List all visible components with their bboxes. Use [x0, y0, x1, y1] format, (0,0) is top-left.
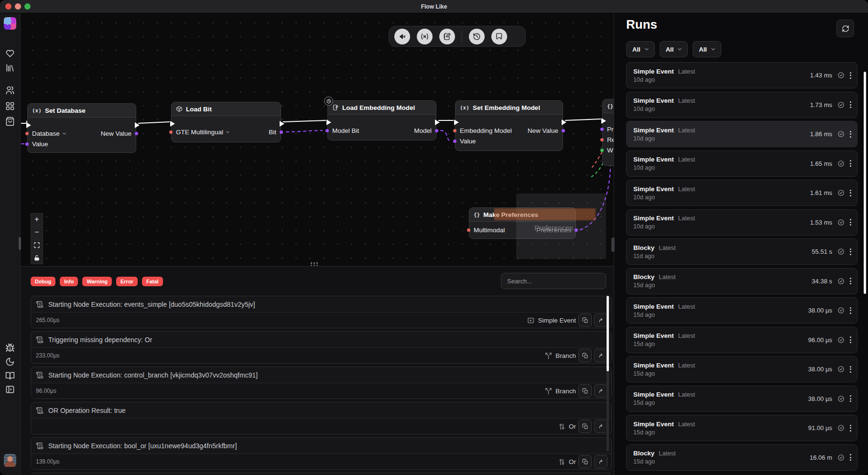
- runs-filter-dropdown[interactable]: All: [660, 41, 688, 57]
- log-entry[interactable]: Starting Node Execution: control_branch …: [31, 367, 612, 399]
- exec-in-pin[interactable]: [601, 118, 606, 124]
- kebab-menu-icon[interactable]: [850, 278, 851, 284]
- kebab-menu-icon[interactable]: [850, 395, 851, 402]
- log-level-badge[interactable]: Debug: [31, 277, 55, 286]
- log-level-badge[interactable]: Info: [60, 277, 78, 286]
- node-load-bit[interactable]: Load Bit GTE Multilingual Bit: [171, 102, 281, 142]
- input-dropdown[interactable]: Database: [32, 130, 67, 137]
- user-avatar[interactable]: [4, 454, 16, 467]
- sidebar-resize-handle[interactable]: [19, 237, 21, 250]
- heart-icon[interactable]: [4, 48, 16, 59]
- exec-in-pin[interactable]: [170, 121, 175, 127]
- kebab-menu-icon[interactable]: [850, 425, 851, 432]
- data-in-pin[interactable]: [467, 228, 470, 232]
- data-in-pin[interactable]: [25, 132, 29, 135]
- playback-icon[interactable]: [394, 29, 410, 44]
- jump-to-node-button[interactable]: [594, 455, 608, 468]
- users-icon[interactable]: [4, 85, 16, 96]
- zoom-out-button[interactable]: −: [31, 226, 43, 238]
- node-header[interactable]: Load Bit: [172, 102, 281, 116]
- run-item[interactable]: Blocky Latest 11d ago 55.51 s: [626, 238, 857, 265]
- kebab-menu-icon[interactable]: [850, 160, 851, 167]
- input-dropdown[interactable]: GTE Multilingual: [176, 129, 230, 136]
- node-header[interactable]: (x) Set Database: [28, 104, 136, 118]
- copy-button[interactable]: [578, 313, 592, 327]
- runs-panel-resize-handle[interactable]: [611, 238, 615, 252]
- run-item[interactable]: Simple Event Latest 15d ago 91.00 µs: [626, 415, 857, 441]
- node-json-partial[interactable]: {} Pr Re W: [602, 99, 614, 166]
- copy-button[interactable]: [578, 384, 592, 398]
- kebab-menu-icon[interactable]: [850, 307, 851, 314]
- exec-in-pin[interactable]: [326, 119, 331, 125]
- exec-out-pin[interactable]: [435, 119, 440, 125]
- exec-out-pin[interactable]: [135, 122, 140, 128]
- script-scroll-icon[interactable]: [491, 29, 507, 44]
- kebab-menu-icon[interactable]: [850, 336, 851, 343]
- exec-in-pin[interactable]: [26, 122, 31, 128]
- variables-icon[interactable]: [417, 29, 433, 44]
- bug-icon[interactable]: [4, 342, 16, 354]
- run-item[interactable]: Simple Event Latest 10d ago 1.86 ms: [626, 121, 857, 147]
- kebab-menu-icon[interactable]: [850, 101, 851, 108]
- run-item[interactable]: Simple Event Latest 10d ago 1.73 ms: [626, 92, 857, 118]
- data-out-pin[interactable]: [435, 129, 438, 132]
- run-item[interactable]: Simple Event Latest 15d ago 38.00 µs: [626, 356, 857, 382]
- run-item[interactable]: Simple Event Latest 10d ago 1.61 ms: [626, 180, 857, 206]
- log-search-input[interactable]: [501, 273, 606, 289]
- runs-filter-dropdown[interactable]: All: [626, 41, 655, 57]
- grid-icon[interactable]: [4, 100, 16, 112]
- copy-button[interactable]: [578, 349, 592, 362]
- runs-filter-dropdown[interactable]: All: [693, 41, 721, 57]
- panel-left-icon[interactable]: [4, 384, 16, 395]
- lock-button[interactable]: [31, 252, 43, 264]
- data-in-pin[interactable]: [600, 138, 604, 141]
- log-panel-resize-handle[interactable]: [311, 262, 318, 266]
- data-in-pin[interactable]: [600, 149, 604, 152]
- node-load-embedding-model[interactable]: Load Embedding Model Model Bit Model: [327, 100, 436, 140]
- run-item[interactable]: Simple Event Latest 10d ago 1.43 ms: [626, 62, 857, 88]
- exec-in-pin[interactable]: [454, 119, 459, 125]
- fit-view-button[interactable]: [31, 239, 43, 251]
- kebab-menu-icon[interactable]: [850, 219, 851, 226]
- data-in-pin[interactable]: [25, 142, 29, 146]
- data-in-pin[interactable]: [169, 130, 173, 134]
- log-scrollbar-thumb[interactable]: [607, 296, 609, 371]
- kebab-menu-icon[interactable]: [850, 248, 851, 255]
- log-entry[interactable]: Starting Node Execution: bool_or [uxu1ne…: [31, 437, 612, 470]
- data-out-pin[interactable]: [135, 132, 138, 135]
- log-entry[interactable]: Starting Node Execution: events_simple […: [31, 296, 612, 328]
- kebab-menu-icon[interactable]: [850, 131, 851, 138]
- data-in-pin[interactable]: [453, 129, 456, 132]
- run-item[interactable]: Simple Event Latest 10d ago 1.53 ms: [626, 209, 857, 236]
- flow-canvas[interactable]: (x) Set Database Database New Value Valu…: [20, 13, 614, 266]
- library-icon[interactable]: [4, 62, 16, 74]
- node-header[interactable]: {}: [603, 99, 614, 113]
- log-level-badge[interactable]: Error: [116, 277, 138, 286]
- jump-to-node-button[interactable]: [594, 384, 608, 398]
- run-item[interactable]: Blocky Latest 15d ago 34.38 s: [626, 268, 857, 294]
- data-out-pin[interactable]: [280, 130, 283, 134]
- log-entry[interactable]: OR Operation Result: true Or: [31, 402, 612, 434]
- app-logo-icon[interactable]: [4, 17, 16, 30]
- data-out-pin[interactable]: [562, 129, 565, 132]
- refresh-button[interactable]: [836, 20, 854, 37]
- copy-button[interactable]: [578, 455, 592, 468]
- zoom-in-button[interactable]: +: [31, 213, 43, 226]
- run-item[interactable]: Simple Event Latest 10d ago 1.65 ms: [626, 151, 857, 177]
- store-bag-icon[interactable]: [4, 116, 16, 127]
- data-in-pin[interactable]: [453, 140, 456, 143]
- data-in-pin[interactable]: [600, 128, 604, 131]
- node-set-embedding-model[interactable]: (x) Set Embedding Model Embedding Model …: [455, 100, 563, 151]
- log-level-badge[interactable]: Fatal: [142, 277, 163, 286]
- node-header[interactable]: Load Embedding Model: [328, 101, 436, 115]
- jump-to-node-button[interactable]: [594, 313, 608, 327]
- book-open-icon[interactable]: [4, 370, 16, 381]
- history-icon[interactable]: [469, 29, 485, 44]
- copy-button[interactable]: [578, 420, 592, 433]
- data-in-pin[interactable]: [326, 129, 329, 132]
- node-set-database[interactable]: (x) Set Database Database New Value Valu…: [27, 103, 136, 153]
- jump-to-node-button[interactable]: [594, 349, 608, 362]
- run-item[interactable]: Simple Event Latest 15d ago 38.00 µs: [626, 386, 857, 412]
- kebab-menu-icon[interactable]: [850, 454, 851, 461]
- node-header[interactable]: (x) Set Embedding Model: [456, 101, 563, 115]
